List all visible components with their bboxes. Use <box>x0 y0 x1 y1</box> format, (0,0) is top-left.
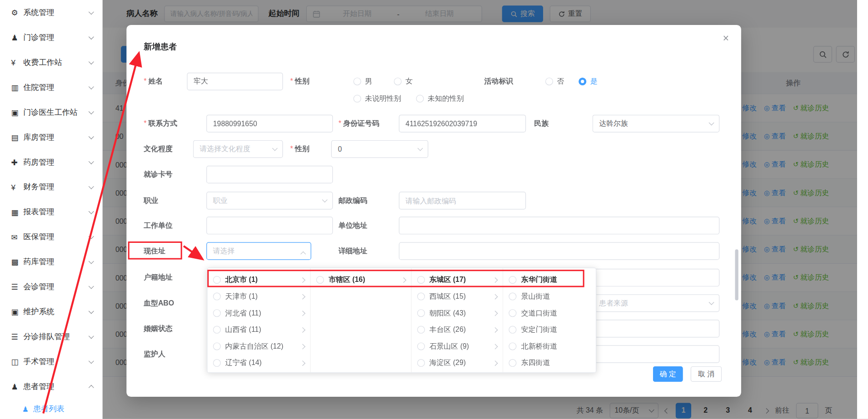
cascader-option-andingmen[interactable]: 安定门街道 <box>504 321 596 338</box>
monitor-icon: ▣ <box>11 108 23 117</box>
person-icon: ♟ <box>22 405 33 413</box>
sidebar-item-report[interactable]: ▦报表管理 <box>0 199 102 224</box>
close-icon[interactable]: × <box>723 32 729 44</box>
cascader-option-liaoning[interactable]: 辽宁省 (14) <box>208 355 310 371</box>
radio-icon[interactable] <box>417 359 425 367</box>
idcard-input[interactable] <box>399 115 526 133</box>
occupation-select[interactable]: 职业 <box>206 192 333 209</box>
radio-icon[interactable] <box>417 326 425 334</box>
cascader-option-beijing[interactable]: 北京市 (1) <box>208 271 310 288</box>
radio-icon[interactable] <box>417 309 425 317</box>
confirm-button[interactable]: 确 定 <box>653 366 683 382</box>
cascader-option-hebei[interactable]: 河北省 (11) <box>208 305 310 321</box>
radio-icon <box>545 78 553 85</box>
chevron-up-icon <box>300 251 306 257</box>
radio-icon[interactable] <box>213 309 221 317</box>
sidebar-item-pharmacy[interactable]: ✚药房管理 <box>0 150 102 175</box>
contact-input[interactable] <box>206 115 333 133</box>
address-cascader-dropdown: 北京市 (1) 天津市 (1) 河北省 (11) 山西省 (11) 内蒙古自治区… <box>207 268 596 373</box>
gender-radio-unknown[interactable]: 未知的性别 <box>416 90 464 108</box>
envelope-icon: ✉ <box>11 232 23 242</box>
cascader-option-tianjin[interactable]: 天津市 (1) <box>208 288 310 305</box>
name-input[interactable] <box>187 73 283 90</box>
cascader-option-jingshan[interactable]: 景山街道 <box>504 288 596 305</box>
sidebar-item-system[interactable]: ⚙系统管理 <box>0 0 102 25</box>
cascader-option-shixiaqu[interactable]: 市辖区 (16) <box>311 271 411 288</box>
chevron-right-icon <box>300 327 305 332</box>
gender-radio-unstated[interactable]: 未说明性别 <box>354 90 401 108</box>
radio-icon[interactable] <box>213 293 221 301</box>
yen-icon: ¥ <box>11 58 23 67</box>
detail-address-label: 详细地址 <box>339 242 367 260</box>
radio-icon[interactable] <box>213 276 221 284</box>
sidebar-item-patient-list[interactable]: ♟患者列表 <box>0 399 102 419</box>
cascader-option-dongsi[interactable]: 东四街道 <box>504 355 596 371</box>
app: ⚙系统管理 ♟门诊管理 ¥收费工作站 ▥住院管理 ▣门诊医生工作站 ▤库房管理 … <box>0 0 868 419</box>
cascader-option-chaoyang[interactable]: 朝阳区 (43) <box>412 305 503 321</box>
cascader-option-beixinqiao[interactable]: 北新桥街道 <box>504 338 596 355</box>
gender-radio-female[interactable]: 女 <box>394 73 413 90</box>
sidebar-item-surgery[interactable]: ◫手术管理 <box>0 349 102 374</box>
radio-icon[interactable] <box>417 293 425 301</box>
radio-icon[interactable] <box>213 342 221 350</box>
radio-icon[interactable] <box>509 326 517 334</box>
patient-source-select[interactable]: 患者来源 <box>593 294 720 312</box>
sidebar-item-patient-mgmt[interactable]: ♟患者管理 <box>0 374 102 399</box>
chevron-right-icon <box>493 327 498 332</box>
cascader-option-jiaodaokou[interactable]: 交道口街道 <box>504 305 596 321</box>
modal-scrollbar[interactable] <box>735 249 738 300</box>
unit-address-input[interactable] <box>399 217 720 234</box>
radio-icon[interactable] <box>509 293 517 301</box>
cancel-button[interactable]: 取 消 <box>691 366 722 382</box>
radio-icon[interactable] <box>509 309 517 317</box>
radio-icon[interactable] <box>417 342 425 350</box>
active-flag-label: 活动标识 <box>484 73 513 90</box>
cascader-option-xicheng[interactable]: 西城区 (15) <box>412 288 503 305</box>
sidebar-item-insurance[interactable]: ✉医保管理 <box>0 224 102 249</box>
work-unit-input[interactable] <box>206 217 333 234</box>
radio-icon[interactable] <box>316 276 324 284</box>
cascader-option-shijingshan[interactable]: 石景山区 (9) <box>412 338 503 355</box>
active-radio-yes[interactable]: 是 <box>579 73 598 90</box>
postal-code-label: 邮政编码 <box>339 192 367 209</box>
ethnicity-select[interactable]: 达斡尔族 <box>593 115 720 133</box>
current-address-cascader-select[interactable]: 请选择 <box>206 242 311 260</box>
radio-icon[interactable] <box>509 359 517 367</box>
sidebar-item-maintenance[interactable]: ▣维护系统 <box>0 299 102 324</box>
cascader-option-dongcheng[interactable]: 东城区 (17) <box>412 271 503 288</box>
radio-icon[interactable] <box>509 276 517 284</box>
cascader-option-donghuamen[interactable]: 东华门街道 <box>504 271 596 288</box>
sidebar-item-drug-storage[interactable]: ▩药库管理 <box>0 249 102 274</box>
radio-icon[interactable] <box>213 359 221 367</box>
sidebar-item-finance[interactable]: ¥财务管理 <box>0 175 102 200</box>
cascader-option-neimenggu[interactable]: 内蒙古自治区 (12) <box>208 338 310 355</box>
sidebar-item-triage-queue[interactable]: ☰分诊排队管理 <box>0 324 102 349</box>
detail-address-input[interactable] <box>399 242 720 260</box>
radio-icon[interactable] <box>213 326 221 334</box>
cascader-option-haidian[interactable]: 海淀区 (29) <box>412 355 503 371</box>
sidebar-item-doctor-workstation[interactable]: ▣门诊医生工作站 <box>0 100 102 125</box>
sidebar-item-inpatient[interactable]: ▥住院管理 <box>0 75 102 100</box>
sidebar-item-fee-station[interactable]: ¥收费工作站 <box>0 50 102 75</box>
cascader-option-fengtai[interactable]: 丰台区 (26) <box>412 321 503 338</box>
postal-code-input[interactable] <box>399 192 526 209</box>
sidebar-item-consultation[interactable]: ☰会诊管理 <box>0 274 102 299</box>
work-unit-label: 工作单位 <box>144 217 172 234</box>
education-select[interactable]: 请选择文化程度 <box>193 140 283 158</box>
monitor-icon: ▣ <box>11 307 23 316</box>
gender2-select[interactable]: 0 <box>331 140 429 158</box>
visit-card-input[interactable] <box>206 166 333 183</box>
document-icon: ▤ <box>11 133 23 142</box>
chevron-down-icon <box>89 233 94 239</box>
sidebar-item-outpatient[interactable]: ♟门诊管理 <box>0 25 102 50</box>
cascader-option-shanxi[interactable]: 山西省 (11) <box>208 321 310 338</box>
gender-radio-male[interactable]: 男 <box>354 73 373 90</box>
radio-icon[interactable] <box>509 342 517 350</box>
chevron-down-icon <box>89 133 94 139</box>
chevron-down-icon <box>89 308 94 314</box>
radio-icon[interactable] <box>417 276 425 284</box>
active-radio-no[interactable]: 否 <box>545 73 564 90</box>
chevron-down-icon <box>89 59 94 64</box>
sidebar-item-warehouse[interactable]: ▤库房管理 <box>0 125 102 150</box>
chevron-down-icon <box>709 120 714 125</box>
